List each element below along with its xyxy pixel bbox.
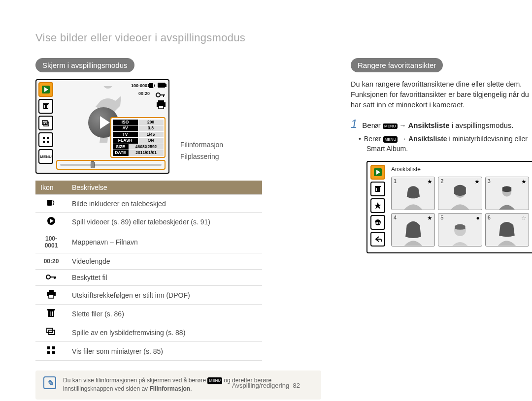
svg-rect-5	[46, 105, 46, 108]
facelist-title: Ansiktsliste	[391, 166, 421, 173]
svg-rect-41	[52, 346, 55, 349]
menu-pill: MENU	[383, 136, 398, 143]
star-off-icon: OFF	[370, 215, 385, 230]
step-sub: Berør MENU → Ansiktsliste i miniatyrbild…	[351, 134, 532, 154]
star-icon: ★	[521, 178, 527, 185]
svg-rect-12	[43, 141, 45, 143]
svg-point-15	[156, 93, 160, 97]
rank-123-icon	[370, 198, 385, 213]
page-footer: Avspilling/redigering 82	[0, 382, 532, 389]
trash-icon	[47, 308, 55, 319]
facelist-screen-diagram: OFF Ansiktsliste 1★ 2★ 3★ 4★ 5● 6☆	[366, 161, 532, 253]
svg-rect-14	[149, 83, 153, 88]
svg-rect-43	[52, 351, 55, 354]
svg-rect-3	[43, 103, 49, 104]
svg-rect-35	[50, 311, 51, 316]
voice-memo-icon	[149, 82, 156, 89]
menu-pill: MENU	[383, 123, 398, 129]
table-row: Beskyttet fil	[35, 270, 262, 286]
thumbnails-icon	[47, 346, 56, 356]
svg-marker-50	[374, 202, 381, 209]
voice-memo-icon	[47, 199, 56, 208]
table-row: Utskriftsrekkefølgen er stilt inn (DPOF)	[35, 286, 262, 305]
key-icon	[46, 274, 57, 281]
svg-rect-36	[52, 311, 53, 316]
play-round-icon	[47, 216, 56, 227]
menu-icon: MENU	[38, 149, 53, 164]
svg-text:OFF: OFF	[375, 221, 381, 224]
table-row: Vis filer som miniatyrer (s. 85)	[35, 342, 262, 361]
play-mode-icon	[38, 82, 53, 97]
intro-text: Du kan rangere favorittansiktene dine el…	[351, 79, 532, 110]
th-desc: Beskrivelse	[67, 181, 262, 195]
svg-rect-47	[375, 186, 381, 187]
svg-rect-18	[158, 100, 164, 102]
svg-rect-4	[44, 105, 45, 108]
filename-chip: 100-0001	[131, 83, 150, 88]
callout-labels: Filinformasjon Filplassering	[174, 139, 223, 163]
svg-rect-10	[43, 137, 45, 139]
star-icon: ★	[427, 178, 432, 185]
table-row: 100-0001 Mappenavn – Filnavn	[35, 231, 262, 253]
page-title: Vise bilder eller videoer i avspillingsm…	[35, 31, 497, 44]
th-icon: Ikon	[35, 181, 67, 195]
play-mode-icon	[370, 165, 385, 180]
trash-icon	[370, 182, 385, 196]
text-icon: 00:20	[35, 253, 67, 270]
table-row: 00:20 Videolengde	[35, 253, 262, 270]
printer-icon	[156, 100, 166, 112]
svg-rect-32	[49, 295, 54, 298]
svg-rect-48	[376, 188, 377, 191]
callout-fileinfo: Filinformasjon	[174, 139, 223, 151]
face-cell: 1★	[391, 177, 435, 210]
step-1: 1 Berør MENU → Ansiktsliste i avspilling…	[351, 117, 532, 131]
star-icon: ★	[474, 178, 480, 185]
svg-rect-29	[55, 277, 56, 278]
duration-chip: 00:20	[138, 91, 150, 96]
section-heading-left: Skjerm i avspillingsmodus	[35, 58, 134, 72]
trash-icon	[38, 99, 53, 114]
section-heading-right: Rangere favorittansikter	[351, 58, 443, 72]
svg-rect-33	[48, 310, 54, 317]
protect-key-icon	[156, 91, 166, 100]
callout-filepos: Filplassering	[174, 151, 223, 163]
svg-rect-17	[163, 94, 164, 97]
slideshow-icon	[38, 116, 53, 130]
svg-rect-49	[378, 188, 378, 191]
file-info-box: ISO200 AV3.3 TV1/45 FLASHON SIZE4608X259…	[110, 117, 166, 158]
right-column: Rangere favorittansikter Du kan rangere …	[351, 58, 532, 400]
star-icon: ●	[476, 215, 479, 221]
face-cell: 5●	[438, 213, 482, 247]
left-column: Skjerm i avspillingsmodus	[35, 58, 321, 400]
star-icon: ★	[427, 215, 432, 221]
text-icon: 100-0001	[35, 231, 67, 253]
face-cell: 6☆	[485, 213, 529, 247]
svg-rect-42	[47, 351, 50, 354]
svg-rect-22	[48, 201, 51, 201]
position-slider	[56, 160, 166, 170]
playback-screen-diagram: MENU 100-0001 00:20	[35, 79, 169, 174]
back-icon	[370, 232, 385, 247]
icon-description-table: Ikon Beskrivelse Bilde inkluderer en tal…	[35, 181, 262, 361]
face-cell: 3★	[485, 177, 529, 210]
slideshow-icon	[46, 327, 56, 338]
svg-rect-11	[47, 137, 49, 139]
svg-rect-40	[47, 346, 50, 349]
battery-icon	[158, 83, 166, 88]
table-row: Spille av en lysbildefremvising (s. 88)	[35, 323, 262, 342]
svg-rect-6	[47, 105, 48, 108]
svg-rect-20	[159, 106, 164, 109]
svg-rect-23	[48, 202, 51, 202]
svg-rect-16	[160, 94, 165, 95]
slider-handle	[91, 161, 95, 168]
svg-rect-34	[47, 309, 55, 310]
table-row: Bilde inkluderer en talebeskjed	[35, 195, 262, 213]
svg-rect-13	[47, 141, 49, 143]
svg-rect-28	[54, 277, 55, 279]
svg-point-26	[46, 275, 50, 279]
face-cell: 4★	[391, 213, 435, 247]
table-row: Slette filer (s. 86)	[35, 305, 262, 323]
svg-rect-30	[49, 290, 54, 292]
thumbnails-icon	[38, 132, 53, 147]
step-number: 1	[351, 117, 357, 131]
